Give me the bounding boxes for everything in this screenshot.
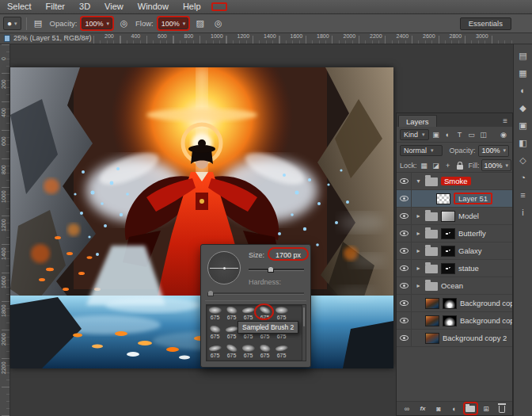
layer-row-layer-51[interactable]: Layer 51 <box>397 190 512 208</box>
layer-name[interactable]: Galaxy <box>458 246 482 255</box>
visibility-toggle[interactable] <box>397 173 412 189</box>
preset-scrollbar[interactable] <box>302 304 306 361</box>
visibility-toggle[interactable] <box>397 225 412 242</box>
menu-item-filter[interactable]: Filter <box>39 0 72 13</box>
brush-preset[interactable]: 675 <box>207 305 223 324</box>
visibility-toggle[interactable] <box>397 260 412 277</box>
expand-arrow-icon[interactable]: ▾ <box>415 177 422 185</box>
visibility-toggle[interactable] <box>397 190 412 207</box>
scrollbar-thumb[interactable] <box>303 307 305 326</box>
layer-name[interactable]: Layer 51 <box>454 193 492 204</box>
layer-mask-thumbnail[interactable] <box>441 263 455 274</box>
brush-hardness-slider[interactable] <box>207 289 304 297</box>
panel-layers-icon[interactable]: ▣ <box>516 119 530 132</box>
layer-name[interactable]: Background copy <box>460 316 512 325</box>
add-layer-mask-button[interactable]: ◙ <box>433 403 445 414</box>
brush-preset[interactable]: 675 <box>256 343 273 361</box>
panel-menu-icon[interactable]: ≡ <box>500 116 511 125</box>
layer-row-statue[interactable]: ▸statue <box>397 260 512 277</box>
panel-adjustments-icon[interactable]: ◐ <box>516 84 530 97</box>
layer-row-smoke[interactable]: ▾Smoke <box>397 173 512 190</box>
layer-name[interactable]: Ocean <box>441 281 463 290</box>
filter-pixel-layers-icon[interactable]: ▣ <box>431 129 442 139</box>
layer-row-model[interactable]: ▸Model <box>397 208 512 225</box>
panel-paths-icon[interactable]: ◇ <box>516 154 530 166</box>
lock-all-icon[interactable] <box>454 160 466 170</box>
layer-mask-thumbnail[interactable] <box>443 298 457 309</box>
layer-style-button[interactable]: fx <box>417 403 429 414</box>
layer-mask-thumbnail[interactable] <box>441 211 455 222</box>
menu-item-select[interactable]: Select <box>0 0 39 13</box>
toggle-brush-panel-icon[interactable]: ▤ <box>32 17 45 30</box>
brush-angle-control[interactable] <box>207 251 241 284</box>
expand-arrow-icon[interactable]: ▸ <box>415 282 422 289</box>
visibility-toggle[interactable] <box>397 242 412 259</box>
layer-thumbnail[interactable] <box>425 298 439 309</box>
panel-properties-icon[interactable]: ≡ <box>516 189 530 201</box>
menu-item-view[interactable]: View <box>97 0 131 13</box>
lock-pixels-icon[interactable]: ◪ <box>431 160 442 170</box>
fill-value[interactable]: 100% <box>481 159 512 171</box>
opacity-value[interactable]: 100% <box>82 17 112 29</box>
panel-swatches-icon[interactable]: ▦ <box>516 67 530 79</box>
new-adjustment-layer-button[interactable]: ◐ <box>449 403 461 414</box>
filter-kind-dropdown[interactable]: Kind <box>400 129 429 140</box>
layer-mask-thumbnail[interactable] <box>443 315 457 326</box>
filter-type-layers-icon[interactable]: T <box>454 129 466 139</box>
filter-adjustment-layers-icon[interactable]: ◐ <box>443 129 454 139</box>
filtering-toggle-icon[interactable]: ◉ <box>498 129 509 139</box>
layers-opacity-value[interactable]: 100% <box>478 145 509 157</box>
brush-preset-picker[interactable]: ● ▾ <box>3 17 21 30</box>
lock-position-icon[interactable]: + <box>443 160 454 170</box>
menu-item-help[interactable]: Help <box>176 0 208 13</box>
filter-shape-layers-icon[interactable]: ▭ <box>466 129 477 139</box>
layer-name[interactable]: Butterfly <box>458 229 486 238</box>
layer-row-butterfly[interactable]: ▸Butterfly <box>397 225 512 242</box>
brush-size-value[interactable]: 1700 px <box>272 250 304 260</box>
layer-name[interactable]: statue <box>458 264 479 273</box>
layer-thumbnail[interactable] <box>436 193 450 204</box>
expand-arrow-icon[interactable]: ▸ <box>415 247 422 254</box>
pressure-opacity-icon[interactable]: ◎ <box>117 17 131 30</box>
layer-row-galaxy[interactable]: ▸Galaxy <box>397 242 512 260</box>
layer-name[interactable]: Smoke <box>441 177 471 185</box>
layer-row-background-copy-2[interactable]: Background copy 2 <box>397 330 512 347</box>
panel-color-icon[interactable]: ▤ <box>516 49 530 62</box>
flow-value[interactable]: 100% <box>158 17 189 29</box>
blend-mode-dropdown[interactable]: Normal <box>400 145 443 156</box>
pressure-size-icon[interactable]: ◎ <box>211 17 225 30</box>
document-tab[interactable]: 25% (Layer 51, RGB/8#) <box>4 34 92 42</box>
panel-info-icon[interactable]: i <box>516 206 530 219</box>
expand-arrow-icon[interactable]: ▸ <box>415 265 422 272</box>
layer-row-background-copy-3[interactable]: Background copy 3 <box>397 295 512 312</box>
expand-arrow-icon[interactable]: ▸ <box>415 212 422 219</box>
layer-thumbnail[interactable] <box>425 315 439 326</box>
delete-layer-button[interactable] <box>496 403 508 414</box>
brush-size-slider[interactable] <box>249 265 304 273</box>
slider-handle[interactable] <box>207 290 214 296</box>
expand-arrow-icon[interactable]: ▸ <box>415 230 422 237</box>
lock-transparency-icon[interactable]: ▦ <box>419 160 430 170</box>
layer-mask-thumbnail[interactable] <box>441 246 455 257</box>
panel-styles-icon[interactable]: ◆ <box>516 101 530 114</box>
brush-preset[interactable]: 675 <box>207 343 223 361</box>
panel-history-icon[interactable]: ◔ <box>516 171 530 184</box>
layer-row-ocean[interactable]: ▸Ocean <box>397 277 512 295</box>
layer-name[interactable]: Background copy 2 <box>443 334 507 342</box>
visibility-toggle[interactable] <box>397 312 412 329</box>
visibility-toggle[interactable] <box>397 277 412 294</box>
layer-name[interactable]: Model <box>458 212 479 220</box>
new-group-button[interactable] <box>465 403 477 414</box>
brush-preset[interactable]: 675 <box>223 343 240 361</box>
airbrush-icon[interactable]: ▨ <box>193 17 207 30</box>
link-layers-button[interactable]: ∞ <box>401 403 413 414</box>
layer-mask-thumbnail[interactable] <box>441 228 455 239</box>
menu-item-window[interactable]: Window <box>131 0 176 13</box>
layer-thumbnail[interactable] <box>425 333 439 344</box>
layer-name[interactable]: Background copy 3 <box>460 299 512 307</box>
brush-preset[interactable]: 675 <box>273 343 290 361</box>
menu-item-3d[interactable]: 3D <box>72 0 97 13</box>
filter-smart-objects-icon[interactable]: ◫ <box>478 129 489 139</box>
panel-channels-icon[interactable]: ◧ <box>516 136 530 149</box>
workspace-switcher-button[interactable]: Essentials <box>460 17 511 30</box>
